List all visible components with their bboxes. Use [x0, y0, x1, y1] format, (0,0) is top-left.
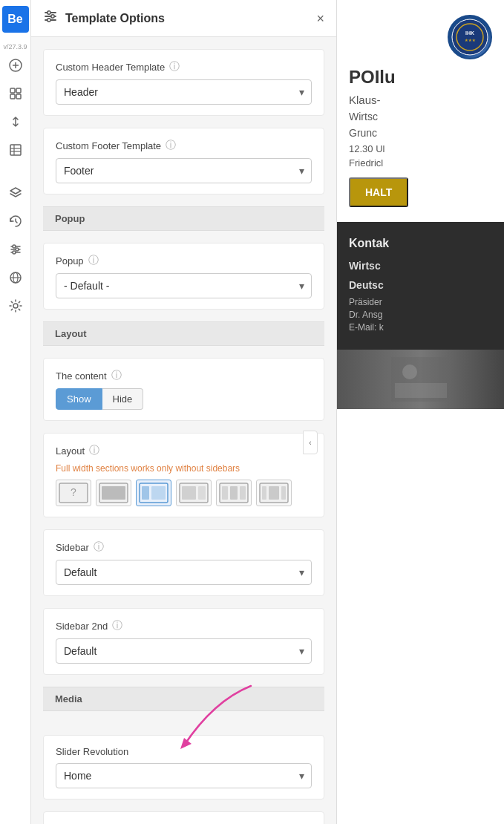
show-button[interactable]: Show [56, 388, 102, 410]
sidebar2-info-icon[interactable]: ⓘ [112, 619, 122, 632]
cta-button[interactable]: HALT [349, 177, 408, 207]
right-time: 12.30 Ul [349, 143, 492, 154]
svg-point-26 [48, 19, 50, 22]
arrows-icon[interactable] [2, 108, 29, 135]
sidebar2-label: Sidebar 2nd ⓘ [56, 619, 312, 632]
svg-point-25 [51, 15, 54, 18]
right-page-content: IHK ★ ★ ★ POIlu Klaus- Wirtsc Grunc 12.3… [337, 0, 504, 222]
grid-icon[interactable] [2, 80, 29, 107]
close-button[interactable]: × [316, 12, 324, 25]
svg-rect-35 [182, 486, 196, 500]
custom-header-info-icon[interactable]: ⓘ [169, 60, 180, 73]
sidebar-label: Sidebar ⓘ [56, 540, 312, 554]
sidebar-select[interactable]: Default Left Right None [56, 560, 312, 585]
left-sidebar: Be v/27.3.9 [0, 0, 31, 824]
layout-option-unknown[interactable]: ? [56, 480, 91, 506]
custom-footer-label: Custom Footer Template ⓘ [56, 139, 312, 152]
sidebar2-select-wrapper: Default Left Right None [56, 638, 312, 664]
right-content-area: IHK ★ ★ ★ POIlu Klaus- Wirtsc Grunc 12.3… [337, 0, 504, 824]
custom-header-select[interactable]: Header Default Custom [56, 79, 312, 105]
custom-header-select-wrapper: Header Default Custom [56, 79, 312, 105]
template-options-panel: Template Options × Custom Header Templat… [31, 0, 337, 824]
panel-header: Template Options × [31, 0, 336, 37]
app-logo: Be [2, 6, 29, 33]
right-logo-area: IHK ★ ★ ★ [349, 15, 492, 59]
sidebar2-select[interactable]: Default Left Right None [56, 638, 312, 664]
layout-options-group: Layout ⓘ Full width sections works only … [43, 433, 324, 517]
sidebar2-group: Sidebar 2nd ⓘ Default Left Right None [43, 608, 324, 675]
custom-footer-info-icon[interactable]: ⓘ [166, 139, 176, 152]
content-visibility-group: The content ⓘ Show Hide [43, 358, 324, 421]
svg-rect-30 [102, 486, 125, 500]
footer-title: Kontak [349, 237, 492, 250]
custom-header-group: Custom Header Template ⓘ Header Default … [43, 49, 324, 116]
svg-point-51 [402, 364, 417, 379]
svg-text:?: ? [71, 486, 76, 498]
footer-org1: Wirtsc [349, 259, 492, 274]
event-image [337, 350, 504, 409]
layout-section-divider: Layout [43, 321, 324, 346]
footer-president-name: Dr. Ansg [349, 310, 492, 320]
svg-rect-43 [269, 486, 279, 500]
sidebar-group: Sidebar ⓘ Default Left Right None [43, 529, 324, 596]
right-page-title: POIlu [349, 67, 492, 88]
sidebar-info-icon[interactable]: ⓘ [94, 540, 104, 554]
svg-rect-32 [142, 486, 149, 500]
panel-header-icon [43, 9, 58, 27]
right-description2: Grunc [349, 127, 492, 139]
custom-footer-select-wrapper: Footer Default Custom [56, 158, 312, 183]
sliders-icon[interactable] [2, 236, 29, 263]
svg-rect-3 [10, 88, 15, 93]
svg-rect-44 [281, 486, 286, 500]
popup-select[interactable]: - Default - Option 1 Option 2 [56, 273, 312, 298]
svg-point-16 [13, 251, 16, 254]
layout-options-grid: ? [56, 480, 312, 506]
right-footer-section: Kontak Wirtsc Deutsc Präsider Dr. Ansg E… [337, 222, 504, 350]
layout-note: Full width sections works only without s… [56, 463, 312, 474]
add-element-icon[interactable] [2, 52, 29, 79]
svg-rect-5 [10, 94, 15, 99]
svg-point-46 [452, 19, 488, 55]
svg-point-24 [48, 11, 50, 14]
right-page-subtitle: Klaus- [349, 94, 492, 106]
svg-rect-52 [395, 383, 447, 398]
right-location: Friedricl [349, 157, 492, 169]
popup-info-icon[interactable]: ⓘ [88, 254, 99, 267]
sidebar-select-wrapper: Default Left Right None [56, 560, 312, 585]
layout-option-right-sidebar[interactable] [176, 480, 212, 506]
layout-option-full[interactable] [96, 480, 131, 506]
custom-footer-select[interactable]: Footer Default Custom [56, 158, 312, 183]
layout-option-wide[interactable] [256, 480, 292, 506]
svg-text:★ ★ ★: ★ ★ ★ [465, 38, 477, 42]
slider-revolution-select-wrapper: Home Default None [56, 763, 312, 788]
globe-icon[interactable] [2, 264, 29, 291]
slider-revolution-select[interactable]: Home Default None [56, 763, 312, 788]
table-icon[interactable] [2, 137, 29, 163]
panel-collapse-button[interactable]: ‹ [303, 431, 318, 454]
svg-rect-33 [151, 486, 166, 500]
svg-point-14 [13, 245, 16, 248]
layer-slider-group: Layer Slider -- Select -- Option 1 Optio… [43, 811, 324, 824]
layers-icon[interactable] [2, 180, 29, 206]
settings-cog-icon[interactable] [2, 292, 29, 319]
svg-rect-39 [230, 486, 238, 500]
svg-rect-4 [16, 88, 21, 93]
svg-rect-38 [222, 486, 228, 500]
layout-label: Layout ⓘ [56, 444, 312, 457]
hide-button[interactable]: Hide [102, 388, 144, 410]
svg-text:IHK: IHK [465, 30, 474, 36]
popup-select-wrapper: - Default - Option 1 Option 2 [56, 273, 312, 298]
layout-option-left-sidebar[interactable] [136, 480, 171, 506]
content-toggle-group: Show Hide [56, 388, 312, 410]
content-label: The content ⓘ [56, 369, 312, 382]
svg-rect-7 [10, 145, 21, 155]
layout-option-both-sidebars[interactable] [216, 480, 252, 506]
footer-org2: Deutsc [349, 278, 492, 293]
panel-title: Template Options [65, 12, 309, 25]
layout-info-icon[interactable]: ⓘ [89, 444, 99, 457]
history-icon[interactable] [2, 208, 29, 235]
content-info-icon[interactable]: ⓘ [111, 369, 122, 382]
slider-revolution-group: Slider Revolution Home Default None [43, 735, 324, 800]
svg-rect-40 [240, 486, 246, 500]
svg-rect-42 [262, 486, 266, 500]
